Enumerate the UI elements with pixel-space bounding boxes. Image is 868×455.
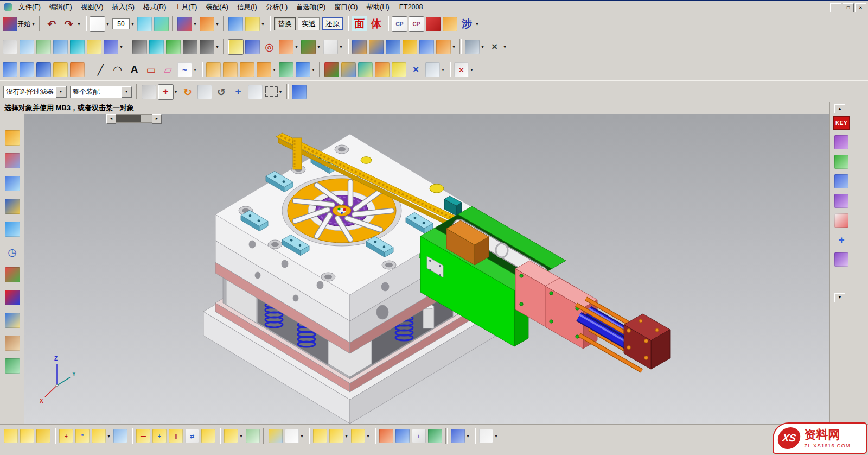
mirror-assembly-tool[interactable] [113,428,128,444]
menu-help[interactable]: 帮助(H) [362,2,393,13]
measure-distance-tool[interactable] [228,16,244,32]
snap-point-tool-dropdown[interactable]: ▾ [174,90,178,94]
redo-button[interactable]: ↷▾ [61,16,82,32]
sheet-stack-tool[interactable] [86,39,102,55]
palette-tool[interactable] [5,267,20,282]
find-component-tool[interactable] [3,428,18,444]
face-button[interactable]: 面 [352,16,367,31]
spectrum-tool[interactable] [5,290,20,305]
layer-visible-tool[interactable] [137,16,152,32]
work-layer-field[interactable]: 50▾ [112,18,136,30]
offset-face-tool[interactable] [341,62,356,78]
resize-face-tool[interactable] [374,62,390,78]
point-tool-dropdown[interactable]: ▾ [294,45,299,49]
interference-check-tool[interactable] [379,428,394,444]
new-component-tool[interactable]: * [75,428,90,444]
curve-tool-a[interactable] [182,39,198,55]
scroll-up-button[interactable]: ▲ [834,104,845,113]
menu-view[interactable]: 视图(V) [76,2,108,13]
marquee-select-tool[interactable]: ▾ [264,86,284,98]
pattern-component-tool-dropdown[interactable]: ▾ [106,434,111,439]
point-tool[interactable]: ▾ [278,39,299,55]
intersection-curve-tool-dropdown[interactable]: ▾ [311,67,316,72]
menu-assemblies[interactable]: 装配(A) [201,2,233,13]
reference-sets-tool[interactable] [312,428,328,444]
block-tool[interactable] [385,39,401,55]
exploded-views-tool[interactable]: ▾ [224,428,244,444]
project-curve-tool[interactable] [278,62,294,78]
menu-edit[interactable]: 编辑(E) [45,2,76,13]
sketch-in-task-tool[interactable] [19,39,35,55]
menu-file[interactable]: 文件(F) [14,2,45,13]
marquee-select-tool-dropdown[interactable]: ▾ [278,90,283,94]
datum-plane-tool[interactable] [36,39,52,55]
wade-button-dropdown[interactable]: ▾ [475,22,480,27]
polyline-curve-tool-dropdown[interactable]: ▾ [193,67,197,72]
datum-axis-tool[interactable] [53,39,68,55]
wcs-orient-tool[interactable]: ▾ [199,16,220,32]
swept-surface-tool[interactable] [19,62,35,78]
test-tube-tool[interactable] [833,213,850,228]
arc-curve-tool[interactable]: ◠ [110,62,125,78]
unite-tool-dropdown[interactable]: ▾ [316,45,321,49]
graphics-window[interactable]: ◄ ► [24,114,830,425]
clearance-analysis-tool-dropdown[interactable]: ▾ [366,434,371,439]
part-navigator-tool[interactable] [5,176,20,191]
trim-body-tool[interactable]: ▾ [464,39,486,55]
replace-face-tool[interactable] [358,62,373,78]
delete-body-tool[interactable]: ×▾ [487,39,508,55]
3d-model-canvas[interactable]: Z Y X [24,114,830,425]
snap-target-tool[interactable]: + [231,84,246,100]
edit-curve-tool-4-dropdown[interactable]: ▾ [272,67,277,72]
ruled-surface-tool[interactable] [149,39,164,55]
menu-preferences[interactable]: 首选项(P) [292,2,330,13]
flange-surface-tool[interactable] [69,62,85,78]
pane-scrollbar[interactable]: ◄ ► [106,114,162,123]
helix-tool[interactable] [132,39,148,55]
polyline-curve-tool[interactable]: ~▾ [177,62,198,78]
object-color-swatch[interactable]: ▾ [90,16,111,32]
spreadsheet-tool[interactable] [427,428,443,444]
orange-sheet-tool[interactable] [442,16,458,32]
pattern-face-tool-dropdown[interactable]: ▾ [441,67,445,72]
move-face-tool[interactable] [324,62,340,78]
circle-tool[interactable]: ◎ [261,39,277,55]
restore-button[interactable]: 还原 [321,17,344,31]
clearance-analysis-tool[interactable]: ▾ [350,428,371,444]
body-button[interactable]: 体 [368,16,384,31]
isolate-component-tool-dropdown[interactable]: ▾ [465,434,470,439]
ball-joint-tool[interactable] [833,252,850,267]
delete-curve-tool[interactable]: × [408,62,424,78]
assembly-options-tool[interactable]: ▾ [478,428,499,444]
trim-body-tool-dropdown[interactable]: ▾ [480,45,485,49]
menu-tools[interactable]: 工具(T) [170,2,201,13]
interpart-expression-tool-dropdown[interactable]: ▾ [299,434,304,439]
mouse-gesture-tool[interactable] [247,84,263,100]
assembly-sequence-tool[interactable] [245,428,260,444]
work-layer-field-dropdown[interactable]: ▾ [130,22,135,27]
suppress-component-tool[interactable]: — [136,428,151,444]
line-tool[interactable] [245,39,260,55]
menu-information[interactable]: 信息(I) [233,2,261,13]
link-curve-tool[interactable] [228,39,244,55]
unite-tool[interactable]: ▾ [301,39,322,55]
open-component-tool[interactable] [20,428,35,444]
sphere-cluster-tool[interactable] [833,174,850,188]
menu-window[interactable]: 窗口(O) [330,2,362,13]
roles-tool[interactable] [5,336,20,351]
dotted-sphere-tool[interactable] [833,194,850,208]
suppress-feature-tool-dropdown[interactable]: ▾ [469,67,474,72]
menu-format[interactable]: 格式(R) [139,2,170,13]
layer-category-tool[interactable] [154,16,169,32]
sphere-tool-dropdown[interactable]: ▾ [451,45,456,49]
pattern-component-tool[interactable]: ▾ [91,428,112,444]
web-browser-tool[interactable] [5,222,20,237]
process-studio-tool[interactable] [5,313,20,328]
add-component-tool[interactable]: + [59,428,74,444]
four-point-surface-tool[interactable] [2,62,18,78]
assembly-options-tool-dropdown[interactable]: ▾ [494,434,499,439]
plane-grid-tool[interactable]: ▾ [103,39,124,55]
reuse-library-tool[interactable] [5,199,20,214]
pattern-face-tool[interactable]: ▾ [425,62,446,78]
clamp-tool[interactable] [833,135,850,149]
